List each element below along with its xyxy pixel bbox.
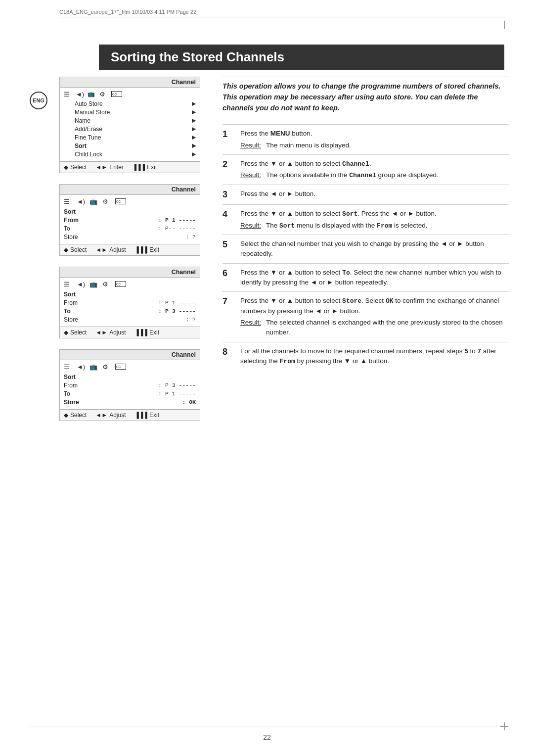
footer-exit: ▐▐▐ Exit [134,246,159,253]
file-info: C18A_ENG_europe_17"_film 10/10/03 4:11 P… [59,9,196,15]
panel4-row-to: To : P 1 ----- [64,389,196,398]
cc-icon: cc [115,198,126,204]
panel4-icons-row: ☰ ◄) 📺 ⚙ cc [64,362,196,371]
bottom-rule [30,726,504,726]
manualstore-label: Manual Store [75,109,192,116]
childlock-arrow: ▶ [192,151,196,157]
result-label: Result: [240,170,266,181]
page-number: 22 [263,733,271,741]
top-rule [30,25,504,25]
step-4-content: Press the ▼ or ▲ button to select Sort. … [240,209,509,231]
step-7-result-text: The selected channel is exchanged with t… [266,318,509,338]
select-icon: ◆ [64,164,68,171]
panel1-row-autostore: Auto Store ▶ [64,99,196,108]
to-label: To [64,225,158,232]
panel1-body: ☰ ◄) 📺 ⚙ cc Auto Store ▶ Manual Store [60,88,200,161]
step-6-text: Press the ▼ or ▲ button to select To. Se… [240,268,509,288]
exit-label: Exit [149,329,159,336]
select-label: Select [70,246,87,253]
menu-icon: ☰ [64,363,75,371]
left-column: Channel ☰ ◄) 📺 ⚙ cc Auto Store ▶ [59,77,200,432]
page-header: C18A_ENG_europe_17"_film 10/10/03 4:11 P… [59,9,504,17]
adjust-icon: ◄► [95,329,107,336]
step-3-content: Press the ◄ or ► button. [240,189,509,200]
sort-label: Sort [64,291,196,298]
speaker-icon: ◄) [76,91,87,98]
from-value: : P 1 ----- [158,299,196,306]
to-label: To [64,308,158,315]
cc-icon: cc [115,281,126,287]
panel2-row-from: From : P 1 ----- [64,216,196,224]
settings-icon: ⚙ [102,281,113,288]
from-label: From [64,217,158,224]
step-1-result: Result: The main menu is displayed. [240,141,509,150]
footer-adjust: ◄► Adjust [95,329,126,336]
panel3-icons-row: ☰ ◄) 📺 ⚙ cc [64,280,196,288]
footer-enter: ◄► Enter [95,164,123,171]
step-1: 1 Press the MENU button. Result: The mai… [222,124,509,154]
panel3-row-from: From : P 1 ----- [64,298,196,307]
panel3-header: Channel [60,267,200,278]
panel3-body: ☰ ◄) 📺 ⚙ cc Sort From : P 1 ----- To [60,278,200,327]
panel4-row-sort: Sort [64,373,196,381]
autostore-label: Auto Store [75,100,192,107]
from-label: From [64,299,158,306]
footer-adjust: ◄► Adjust [95,246,126,253]
step-6-number: 6 [222,268,240,288]
menu-panel-4: Channel ☰ ◄) 📺 ⚙ cc Sort From : P 3 -- [59,349,200,421]
to-value: : P-- ----- [158,225,196,232]
settings-icon: ⚙ [99,91,110,98]
step-7-number: 7 [222,296,240,337]
step-4-text: Press the ▼ or ▲ button to select Sort. … [240,209,509,219]
panel1-row-adderase: Add/Erase ▶ [64,125,196,133]
panel1-header: Channel [60,77,200,88]
panel4-header: Channel [60,350,200,360]
footer-select: ◆ Select [64,246,87,253]
tv-icon: 📺 [89,281,100,288]
exit-icon: ▐▐▐ [134,329,147,336]
select-label: Select [70,164,87,171]
step-3: 3 Press the ◄ or ► button. [222,185,509,204]
exit-icon: ▐▐▐ [134,246,147,253]
exit-label: Exit [147,164,157,171]
intro-content: This operation allows you to change the … [222,82,500,112]
select-icon: ◆ [64,246,68,253]
store-label: Store [64,399,182,406]
panel4-body: ☰ ◄) 📺 ⚙ cc Sort From : P 3 ----- To [60,360,200,409]
store-label: Store [64,234,185,240]
sort-label: Sort [75,142,192,149]
panel3-row-store: Store : ? [64,315,196,324]
panel4-footer: ◆ Select ◄► Adjust ▐▐▐ Exit [60,409,200,421]
from-value: : P 1 ----- [158,217,196,223]
to-label: To [64,390,158,397]
sort-label: Sort [64,208,196,215]
from-label: From [64,382,158,389]
step-2-content: Press the ▼ or ▲ button to select Channe… [240,159,509,181]
step-8-content: For all the channels to move to the requ… [240,346,509,367]
intro-text: This operation allows you to change the … [222,77,509,113]
step-8-number: 8 [222,346,240,367]
panel1-row-name: Name ▶ [64,116,196,125]
adjust-icon: ◄► [95,246,107,253]
footer-adjust: ◄► Adjust [95,412,126,419]
settings-icon: ⚙ [102,363,113,371]
cc-icon: cc [111,91,122,97]
menu-icon: ☰ [64,91,75,98]
settings-icon: ⚙ [102,198,113,205]
panel3-footer: ◆ Select ◄► Adjust ▐▐▐ Exit [60,327,200,338]
menu-panel-1: Channel ☰ ◄) 📺 ⚙ cc Auto Store ▶ [59,77,200,173]
footer-exit: ▐▐▐ Exit [134,329,159,336]
step-4: 4 Press the ▼ or ▲ button to select Sort… [222,204,509,235]
step-4-result: Result: The Sort menu is displayed with … [240,221,509,231]
to-value: : P 3 ----- [158,308,196,314]
childlock-label: Child Lock [75,151,192,158]
adjust-label: Adjust [109,329,126,336]
step-6-content: Press the ▼ or ▲ button to select To. Se… [240,268,509,288]
step-2-number: 2 [222,159,240,181]
footer-select: ◆ Select [64,164,87,171]
store-label: Store [64,316,185,323]
speaker-icon: ◄) [77,363,88,371]
adderase-arrow: ▶ [192,126,196,132]
step-7: 7 Press the ▼ or ▲ button to select Stor… [222,291,509,341]
panel2-header: Channel [60,185,200,195]
